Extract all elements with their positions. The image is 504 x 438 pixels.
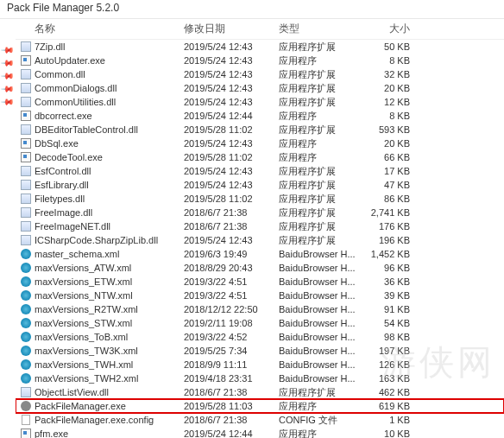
file-date: 2019/5/24 12:43 [184,178,279,192]
file-date: 2019/2/11 19:08 [184,316,279,330]
file-row[interactable]: maxVersions_TWH.xml2018/9/9 11:11BaiduBr… [16,358,504,371]
file-row[interactable]: FreeImage.dll2018/6/7 21:38应用程序扩展2,741 K… [16,206,504,219]
file-name: DBEditorTableControl.dll [35,123,184,136]
file-date: 2019/6/3 19:49 [184,247,279,261]
file-row[interactable]: maxVersions_ATW.xml2018/8/29 20:43BaiduB… [16,261,504,275]
file-date: 2019/5/24 12:43 [184,40,279,54]
file-type: BaiduBrowser H... [279,371,365,385]
file-type: BaiduBrowser H... [279,261,365,275]
exe-icon [19,428,33,438]
pin-icon[interactable]: 📌 [1,42,15,56]
file-name: EsfControl.dll [35,164,184,178]
file-date: 2018/12/12 22:50 [184,302,279,316]
file-row[interactable]: ICSharpCode.SharpZipLib.dll2019/5/24 12:… [16,233,504,247]
file-name: maxVersions_TWH2.xml [35,371,184,385]
file-date: 2018/6/7 21:38 [184,219,279,233]
file-type: 应用程序 [279,150,365,164]
file-date: 2019/5/24 12:43 [184,81,279,95]
file-size: 54 KB [365,316,417,330]
file-row[interactable]: EsfControl.dll2019/5/24 12:43应用程序扩展17 KB [16,164,504,178]
file-row[interactable]: dbcorrect.exe2019/5/24 12:44应用程序8 KB [16,109,504,123]
header-size[interactable]: 大小 [365,22,417,36]
pin-icon[interactable]: 📌 [1,81,15,95]
file-type: 应用程序扩展 [279,219,365,233]
file-date: 2019/5/28 11:03 [184,399,279,413]
file-row[interactable]: 7Zip.dll2019/5/24 12:43应用程序扩展50 KB [16,40,504,54]
file-name: maxVersions_ATW.xml [35,261,184,275]
dll-icon [19,124,33,136]
file-size: 66 KB [365,150,417,164]
file-row[interactable]: maxVersions_STW.xml2019/2/11 19:08BaiduB… [16,316,504,330]
exe-icon [19,151,33,163]
file-name: master_schema.xml [35,247,184,261]
file-row[interactable]: AutoUpdater.exe2019/5/24 12:43应用程序8 KB [16,54,504,67]
file-type: BaiduBrowser H... [279,302,365,316]
file-date: 2019/5/24 12:43 [184,95,279,109]
file-row[interactable]: maxVersions_NTW.xml2019/3/22 4:51BaiduBr… [16,289,504,302]
file-name: maxVersions_TW3K.xml [35,344,184,358]
file-row[interactable]: maxVersions_TW3K.xml2019/5/25 7:34BaiduB… [16,344,504,358]
file-list: 7Zip.dll2019/5/24 12:43应用程序扩展50 KBAutoUp… [16,40,504,438]
file-name: Filetypes.dll [35,192,184,206]
file-row[interactable]: pfm.exe2019/5/24 12:44应用程序10 KB [16,427,504,438]
file-row[interactable]: DecodeTool.exe2019/5/28 11:02应用程序66 KB [16,150,504,164]
file-date: 2019/3/22 4:51 [184,289,279,302]
file-row[interactable]: master_schema.xml2019/6/3 19:49BaiduBrow… [16,247,504,261]
file-size: 8 KB [365,54,417,67]
file-size: 10 KB [365,427,417,438]
file-row[interactable]: FreeImageNET.dll2018/6/7 21:38应用程序扩展176 … [16,219,504,233]
file-row[interactable]: CommonDialogs.dll2019/5/24 12:43应用程序扩展20… [16,81,504,95]
pin-icon[interactable]: 📌 [1,55,15,69]
file-type: CONFIG 文件 [279,413,365,427]
file-size: 86 KB [365,192,417,206]
file-date: 2018/6/7 21:38 [184,385,279,399]
pin-icon[interactable]: 📌 [1,68,15,82]
dll-icon [19,220,33,232]
file-name: Common.dll [35,67,184,81]
pin-icon[interactable]: 📌 [1,94,15,108]
file-name: ObjectListView.dll [35,385,184,399]
file-type: BaiduBrowser H... [279,275,365,289]
file-date: 2019/5/24 12:43 [184,54,279,67]
file-type: 应用程序扩展 [279,192,365,206]
file-date: 2019/5/24 12:43 [184,164,279,178]
file-date: 2019/3/22 4:51 [184,275,279,289]
file-row[interactable]: maxVersions_ToB.xml2019/3/22 4:52BaiduBr… [16,330,504,344]
file-row[interactable]: DBEditorTableControl.dll2019/5/28 11:02应… [16,123,504,136]
file-type: BaiduBrowser H... [279,316,365,330]
file-row[interactable]: ObjectListView.dll2018/6/7 21:38应用程序扩展46… [16,385,504,399]
dll-icon [19,179,33,191]
header-type[interactable]: 类型 [279,22,365,36]
file-row[interactable]: DbSql.exe2019/5/24 12:43应用程序20 KB [16,136,504,150]
file-name: PackFileManager.exe [35,399,184,413]
file-date: 2019/4/18 23:31 [184,371,279,385]
file-date: 2019/5/24 12:43 [184,136,279,150]
file-row[interactable]: PackFileManager.exe.config2018/6/7 21:38… [16,413,504,427]
gear-icon [19,400,33,412]
file-row[interactable]: Filetypes.dll2019/5/28 11:02应用程序扩展86 KB [16,192,504,206]
file-row[interactable]: CommonUtilities.dll2019/5/24 12:43应用程序扩展… [16,95,504,109]
xml-icon [19,359,33,371]
file-date: 2019/5/28 11:02 [184,123,279,136]
dll-icon [19,206,33,219]
file-name: PackFileManager.exe.config [35,413,184,427]
file-size: 12 KB [365,95,417,109]
file-type: 应用程序扩展 [279,385,365,399]
file-row[interactable]: Common.dll2019/5/24 12:43应用程序扩展32 KB [16,67,504,81]
file-name: dbcorrect.exe [35,109,184,123]
file-row[interactable]: PackFileManager.exe2019/5/28 11:03应用程序61… [16,399,504,413]
file-date: 2018/6/7 21:38 [184,413,279,427]
file-row[interactable]: EsfLibrary.dll2019/5/24 12:43应用程序扩展47 KB [16,178,504,192]
file-name: CommonUtilities.dll [35,95,184,109]
file-type: 应用程序扩展 [279,40,365,54]
header-date[interactable]: 修改日期 [184,22,279,36]
file-row[interactable]: maxVersions_TWH2.xml2019/4/18 23:31Baidu… [16,371,504,385]
file-size: 39 KB [365,289,417,302]
file-name: maxVersions_ToB.xml [35,330,184,344]
file-name: maxVersions_R2TW.xml [35,302,184,316]
file-row[interactable]: maxVersions_ETW.xml2019/3/22 4:51BaiduBr… [16,275,504,289]
file-type: BaiduBrowser H... [279,289,365,302]
file-row[interactable]: maxVersions_R2TW.xml2018/12/12 22:50Baid… [16,302,504,316]
header-name[interactable]: 名称 [16,22,184,36]
file-date: 2019/5/24 12:43 [184,67,279,81]
